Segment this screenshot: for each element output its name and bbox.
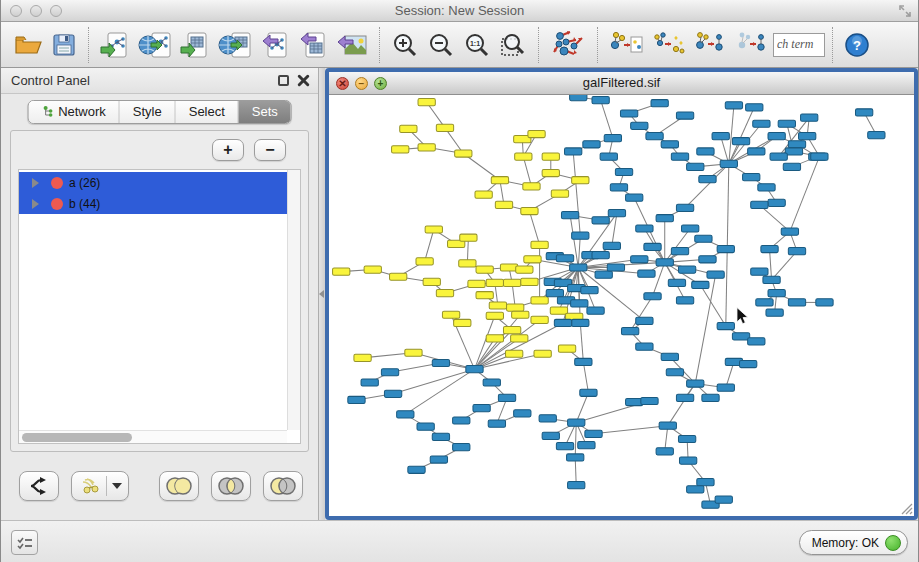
tab-network[interactable]: Network [28,101,120,123]
graph-node-blue[interactable] [656,215,673,222]
graph-node-blue[interactable] [768,290,785,297]
graph-node-yellow[interactable] [531,241,548,248]
graph-node-yellow[interactable] [512,311,529,318]
graph-node-yellow[interactable] [364,266,381,273]
export-network-button[interactable] [256,26,294,64]
merge-intersection-button[interactable] [731,26,773,64]
graph-edge[interactable] [700,285,725,326]
graph-node-blue[interactable] [753,120,770,127]
graph-edge[interactable] [665,228,690,262]
union-sets-button[interactable] [159,471,199,501]
graph-node-blue[interactable] [453,417,470,424]
graph-node-blue[interactable] [603,242,620,249]
graph-node-blue[interactable] [578,442,595,449]
graph-node-blue[interactable] [676,394,693,401]
graph-node-blue[interactable] [610,184,627,191]
intersection-sets-button[interactable] [211,471,251,501]
network-view-window[interactable]: ✕ − + galFiltered.sif [325,68,918,520]
graph-node-blue[interactable] [488,420,505,427]
graph-node-blue[interactable] [567,454,584,461]
graph-edge[interactable] [601,100,613,138]
graph-node-blue[interactable] [583,141,600,148]
graph-node-blue[interactable] [570,264,587,271]
graph-edge[interactable] [580,323,583,362]
task-history-button[interactable] [11,530,38,555]
graph-node-yellow[interactable] [333,268,350,275]
graph-node-blue[interactable] [687,163,704,170]
graph-node-blue[interactable] [676,204,693,211]
graph-node-yellow[interactable] [550,307,567,314]
graph-node-blue[interactable] [671,247,688,254]
graph-node-blue[interactable] [695,235,712,242]
graph-node-blue[interactable] [661,353,678,360]
graph-node-blue[interactable] [746,104,763,111]
graph-node-yellow[interactable] [486,279,503,286]
graph-node-blue[interactable] [692,281,709,288]
graph-node-blue[interactable] [666,369,683,376]
graph-node-blue[interactable] [483,379,500,386]
graph-node-blue[interactable] [768,199,785,206]
add-set-button[interactable]: + [212,139,244,161]
graph-edge[interactable] [594,426,668,434]
graph-node-yellow[interactable] [503,279,520,286]
graph-node-blue[interactable] [732,138,749,145]
merge-copy-network-button[interactable] [605,26,647,64]
graph-node-yellow[interactable] [416,258,433,265]
graph-node-yellow[interactable] [442,311,459,318]
graph-node-blue[interactable] [570,95,587,101]
graph-node-yellow[interactable] [524,256,541,263]
graph-node-blue[interactable] [631,256,648,263]
graph-node-yellow[interactable] [507,304,524,311]
graph-node-blue[interactable] [788,299,805,306]
graph-node-yellow[interactable] [511,335,528,342]
graph-node-yellow[interactable] [558,345,575,352]
expand-arrow-icon[interactable] [32,178,39,188]
zoom-in-button[interactable] [387,26,423,64]
graph-node-yellow[interactable] [392,146,409,153]
graph-node-yellow[interactable] [436,124,453,131]
graph-node-blue[interactable] [592,217,609,224]
graph-node-blue[interactable] [651,100,668,107]
graph-node-yellow[interactable] [423,278,440,285]
graph-node-blue[interactable] [636,225,653,232]
graph-node-blue[interactable] [717,322,734,329]
graph-node-yellow[interactable] [390,273,407,280]
graph-node-blue[interactable] [699,176,716,183]
graph-edge[interactable] [630,296,652,331]
graph-node-yellow[interactable] [354,354,371,361]
graph-node-blue[interactable] [770,153,787,160]
graph-node-yellow[interactable] [436,290,453,297]
graph-node-yellow[interactable] [528,130,545,137]
graph-edge[interactable] [772,251,797,280]
graph-node-blue[interactable] [561,212,578,219]
graph-node-yellow[interactable] [476,292,493,299]
graph-node-yellow[interactable] [475,191,492,198]
graph-node-blue[interactable] [707,271,724,278]
zoom-selected-button[interactable] [495,26,531,64]
graph-node-yellow[interactable] [476,266,493,273]
horizontal-scrollbar[interactable] [19,430,287,443]
tab-sets[interactable]: Sets [239,101,291,123]
float-panel-icon[interactable] [278,75,289,86]
graph-node-blue[interactable] [514,410,531,417]
graph-edge[interactable] [695,275,715,384]
scrollbar-thumb[interactable] [22,433,132,442]
graph-node-blue[interactable] [725,102,742,109]
graph-node-blue[interactable] [697,148,714,155]
graph-node-blue[interactable] [381,369,398,376]
graph-node-yellow[interactable] [489,302,506,309]
graph-node-yellow[interactable] [531,297,548,304]
graph-node-yellow[interactable] [425,226,442,233]
graph-edge[interactable] [578,236,580,268]
graph-node-blue[interactable] [788,141,805,148]
graph-node-blue[interactable] [868,131,885,138]
graph-node-blue[interactable] [687,380,704,387]
graph-node-yellow[interactable] [531,316,548,323]
graph-node-blue[interactable] [783,163,800,170]
graph-node-yellow[interactable] [500,264,517,271]
graph-node-yellow[interactable] [516,266,533,273]
graph-node-yellow[interactable] [459,260,476,267]
graph-node-yellow[interactable] [486,335,503,342]
graph-node-blue[interactable] [699,256,716,263]
graph-node-blue[interactable] [763,276,780,283]
